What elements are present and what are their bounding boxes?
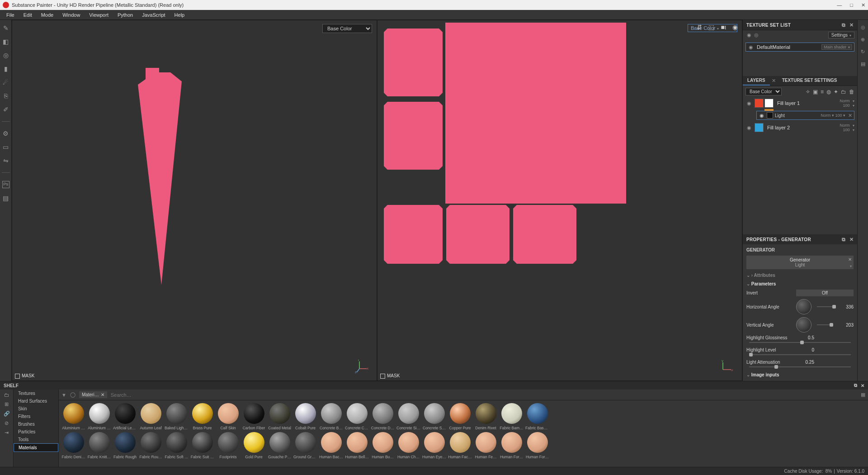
mirror-tool[interactable]: ⇋ [2, 157, 9, 164]
material-item[interactable]: Denim Rivet [474, 403, 498, 430]
undock-icon[interactable]: ⧉ [842, 22, 845, 28]
menu-javascript[interactable]: JavaScript [137, 11, 170, 19]
settings-icon[interactable]: ⚙ [2, 130, 9, 137]
maximize-button[interactable]: □ [850, 2, 853, 8]
shelf-category-skin[interactable]: Skin [14, 405, 58, 413]
material-item[interactable]: Ground Gra… [293, 432, 317, 459]
material-item[interactable]: Fabric Base… [525, 403, 549, 430]
export-icon[interactable]: ▤ [2, 195, 9, 202]
visibility-one-icon[interactable]: ◎ [753, 32, 760, 38]
add-fill-icon[interactable]: ◍ [826, 89, 831, 95]
material-item[interactable]: Human Bell… [345, 432, 369, 459]
smudge-tool[interactable]: ☄ [2, 79, 9, 86]
visibility-icon[interactable]: ◉ [748, 44, 754, 50]
shelf-category-brushes[interactable]: Brushes [14, 420, 58, 428]
material-item[interactable]: Concrete Si… [396, 403, 420, 430]
shelf-home-icon[interactable]: 🗀 [4, 392, 9, 398]
shelf-category-filters[interactable]: Filters [14, 413, 58, 420]
visibility-icon[interactable]: ◉ [759, 113, 765, 119]
close-layers-tab[interactable]: ✕ [770, 76, 778, 86]
layer-row[interactable]: ◉ Fill layer 2 Norm ▾100 ▾ [743, 122, 857, 133]
add-layer-icon[interactable]: ≡ [821, 89, 824, 95]
shelf-search-input[interactable] [111, 392, 857, 398]
material-item[interactable]: Fabric Suit … [190, 432, 214, 459]
cube-icon[interactable]: ⬚ [708, 24, 714, 31]
picker-tool[interactable]: ✐ [2, 106, 9, 113]
clone-tool[interactable]: ⎘ [2, 92, 9, 100]
paint-tool[interactable]: ✎ [2, 24, 9, 32]
material-item[interactable]: Human Fe… [474, 432, 498, 459]
shelf-category-materials[interactable]: Materials [14, 443, 58, 452]
select-tool[interactable]: ▭ [2, 143, 9, 151]
shelf-category-textures[interactable]: Textures [14, 390, 58, 397]
fill-tool[interactable]: ▮ [2, 65, 9, 72]
undock-icon[interactable]: ⧉ [842, 237, 845, 242]
visibility-icon[interactable]: ◉ [745, 100, 753, 106]
remove-generator-icon[interactable]: ✕ [848, 257, 852, 262]
filter-chip[interactable]: Materi…✕ [79, 391, 107, 398]
close-icon[interactable]: ✕ [861, 383, 864, 388]
tab-texture-set-settings[interactable]: TEXTURE SET SETTINGS [778, 76, 842, 86]
history-icon[interactable]: ↻ [861, 49, 865, 55]
angle-dial[interactable] [796, 299, 811, 314]
layer-row[interactable]: ◉ Fill layer 1 Norm ▾100 ▾ [743, 97, 857, 109]
globe-icon[interactable]: ⊕ [861, 37, 865, 43]
target-icon[interactable]: ◎ [861, 24, 865, 30]
menu-window[interactable]: Window [58, 11, 85, 19]
chip-close-icon[interactable]: ✕ [101, 392, 104, 397]
material-item[interactable]: Concrete S… [422, 403, 446, 430]
material-item[interactable]: Aluminium … [61, 403, 85, 430]
param-slider[interactable] [749, 342, 851, 343]
delete-layer-icon[interactable]: 🗑 [849, 89, 854, 95]
menu-python[interactable]: Python [113, 11, 137, 19]
menu-viewport[interactable]: Viewport [85, 11, 113, 19]
camera-icon[interactable]: ■ι [721, 24, 726, 31]
menu-edit[interactable]: Edit [19, 11, 37, 19]
material-item[interactable]: Footprints [216, 432, 240, 459]
generator-slot[interactable]: Generator Light ✕ ▾ [746, 256, 854, 269]
symmetry-icon[interactable]: ⇵ [697, 24, 702, 31]
material-item[interactable]: Human Ch… [396, 432, 420, 459]
shelf-add-icon[interactable]: ⊞ [5, 401, 9, 407]
visibility-all-icon[interactable]: ◉ [745, 32, 753, 38]
shelf-category-hard-surfaces[interactable]: Hard Surfaces [14, 397, 58, 405]
shelf-hide-icon[interactable]: ⊘ [5, 420, 9, 426]
material-item[interactable]: Fabric Soft … [165, 432, 189, 459]
grid-view-icon[interactable]: ▦ [861, 392, 865, 398]
material-item[interactable]: Human Bac… [319, 432, 343, 459]
layer-channel-select[interactable]: Base Color [745, 88, 782, 95]
shelf-category-tools[interactable]: Tools [14, 436, 58, 443]
material-item[interactable]: Coated Metal [268, 403, 292, 430]
material-item[interactable]: Cobalt Pure [293, 403, 317, 430]
filter-icon[interactable]: ▼ [61, 392, 66, 398]
material-item[interactable]: Aluminium … [87, 403, 111, 430]
material-item[interactable]: Fabric Rough [113, 432, 137, 459]
material-item[interactable]: Gouache P… [268, 432, 292, 459]
menu-mode[interactable]: Mode [37, 11, 58, 19]
shader-dropdown[interactable]: Main shader▾ [821, 44, 852, 50]
param-slider[interactable] [749, 354, 851, 355]
projection-tool[interactable]: ◎ [2, 52, 9, 59]
material-item[interactable]: Human For… [525, 432, 549, 459]
parameters-group[interactable]: Parameters [746, 280, 854, 288]
angle-slider[interactable] [817, 324, 833, 325]
ps-icon[interactable]: Ps [2, 181, 9, 188]
param-slider[interactable] [749, 366, 851, 367]
shelf-category-particles[interactable]: Particles [14, 428, 58, 436]
material-item[interactable]: Concrete Cl… [345, 403, 369, 430]
material-item[interactable]: Copper Pure [448, 403, 472, 430]
visibility-icon[interactable]: ◉ [745, 125, 753, 131]
material-item[interactable]: Gold Pure [242, 432, 266, 459]
material-item[interactable]: Calf Skin [216, 403, 240, 430]
minimize-button[interactable]: — [837, 2, 842, 8]
shelf-link-icon[interactable]: 🔗 [4, 411, 10, 417]
material-item[interactable]: Carbon Fiber [242, 403, 266, 430]
close-button[interactable]: ✕ [861, 2, 865, 8]
attributes-group[interactable]: › Attributes [746, 271, 854, 280]
shelf-import-icon[interactable]: ⇥ [5, 430, 9, 436]
material-item[interactable]: Autumn Leaf [139, 403, 163, 430]
menu-file[interactable]: File [2, 11, 19, 19]
remove-effect-icon[interactable]: ✕ [848, 113, 852, 119]
image-inputs-group[interactable]: Image inputs [746, 370, 854, 379]
eraser-tool[interactable]: ◧ [2, 38, 9, 45]
